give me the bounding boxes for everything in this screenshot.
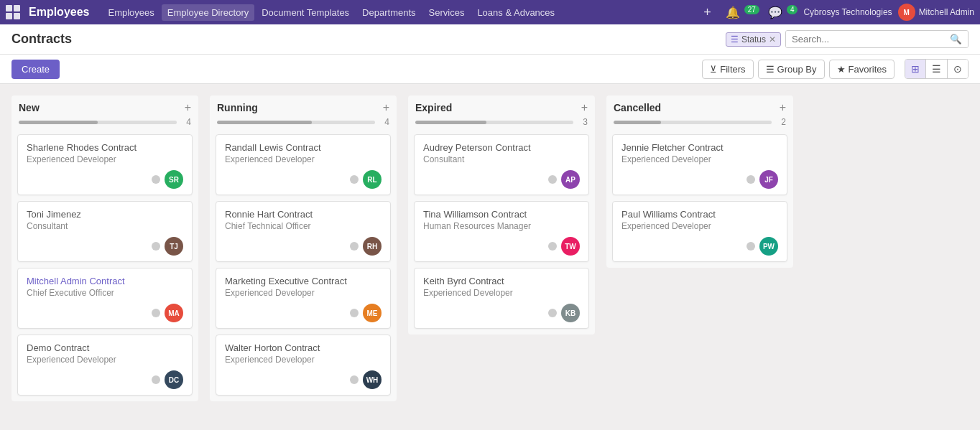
filters-button[interactable]: ⊻ Filters	[702, 60, 753, 79]
status-dot	[746, 242, 755, 251]
contract-card[interactable]: Walter Horton Contract Experienced Devel…	[216, 335, 391, 396]
card-footer: MA	[27, 304, 183, 322]
status-filter-tag[interactable]: ☰ Status ✕	[726, 32, 781, 47]
card-subtitle: Experienced Developer	[27, 355, 183, 365]
search-input-wrap: 🔍	[785, 30, 969, 48]
card-title: Audrey Peterson Contract	[423, 142, 580, 153]
card-subtitle: Experienced Developer	[225, 355, 382, 365]
column-title: New	[19, 102, 40, 113]
kanban-view-button[interactable]: ⊞	[905, 60, 926, 78]
contract-card[interactable]: Ronnie Hart Contract Chief Technical Off…	[216, 201, 391, 262]
nav-departments[interactable]: Departments	[356, 4, 421, 21]
employee-avatar: TW	[561, 237, 580, 256]
card-title: Walter Horton Contract	[225, 342, 382, 353]
card-footer: JF	[621, 170, 778, 189]
contract-card[interactable]: Mitchell Admin Contract Chief Executive …	[17, 268, 193, 329]
contract-card[interactable]: Marketing Executive Contract Experienced…	[216, 268, 391, 329]
user-name: Mitchell Admin	[919, 7, 974, 17]
card-footer: WH	[225, 370, 382, 389]
status-dot	[548, 242, 557, 251]
kanban-board: New + 4 Sharlene Rhodes Contract Experie…	[0, 84, 980, 413]
card-title: Tina Williamson Contract	[423, 209, 580, 220]
chat-icon[interactable]: 💬	[765, 4, 785, 21]
add-menu-icon[interactable]: +	[701, 5, 714, 20]
search-button[interactable]: 🔍	[944, 31, 968, 47]
status-dot	[746, 175, 755, 184]
employee-avatar: MA	[165, 304, 183, 322]
contract-card[interactable]: Keith Byrd Contract Experienced Develope…	[414, 268, 589, 329]
column-add-button[interactable]: +	[383, 101, 389, 114]
card-subtitle: Consultant	[423, 154, 580, 164]
column-progress: 4	[11, 117, 198, 131]
card-subtitle: Chief Technical Officer	[225, 221, 382, 231]
notifications-badge: 27	[744, 5, 759, 14]
column-cancelled: Cancelled + 2 Jennie Fletcher Contract E…	[606, 95, 793, 268]
subheader: Contracts ☰ Status ✕ 🔍	[0, 24, 980, 55]
card-title: Randall Lewis Contract	[225, 142, 382, 153]
view-toggle: ⊞ ☰ ⊙	[905, 59, 969, 79]
groupby-icon: ☰	[766, 64, 775, 75]
create-button[interactable]: Create	[11, 60, 60, 79]
column-count: 4	[379, 117, 389, 127]
status-dot	[152, 242, 160, 251]
employee-avatar: AP	[561, 170, 580, 189]
column-add-button[interactable]: +	[581, 101, 588, 114]
contract-card[interactable]: Toni Jimenez Consultant TJ	[17, 201, 193, 262]
user-avatar: M	[898, 4, 915, 21]
status-dot	[152, 309, 160, 317]
page-title: Contracts	[11, 32, 72, 47]
column-count: 2	[776, 117, 786, 127]
column-add-button[interactable]: +	[780, 101, 786, 114]
column-add-button[interactable]: +	[185, 101, 191, 114]
employee-avatar: RL	[363, 170, 382, 189]
user-menu[interactable]: M Mitchell Admin	[898, 4, 974, 21]
contract-card[interactable]: Demo Contract Experienced Developer DC	[17, 335, 193, 396]
contract-card[interactable]: Audrey Peterson Contract Consultant AP	[414, 134, 589, 195]
contract-card[interactable]: Sharlene Rhodes Contract Experienced Dev…	[17, 134, 193, 195]
status-dot	[350, 175, 359, 184]
contract-card[interactable]: Jennie Fletcher Contract Experienced Dev…	[612, 134, 787, 195]
card-title: Demo Contract	[27, 342, 183, 353]
card-title: Marketing Executive Contract	[225, 276, 382, 286]
status-dot	[152, 175, 160, 184]
card-subtitle: Experienced Developer	[225, 288, 382, 298]
card-title: Paul Williams Contract	[621, 209, 778, 220]
activity-view-button[interactable]: ⊙	[948, 60, 968, 78]
company-name: Cybrosys Technologies	[803, 7, 892, 17]
card-footer: PW	[621, 237, 778, 256]
filters-label: Filters	[720, 64, 745, 75]
employee-avatar: DC	[165, 370, 183, 389]
card-footer: RH	[225, 237, 382, 256]
card-subtitle: Consultant	[27, 221, 183, 231]
contract-card[interactable]: Randall Lewis Contract Experienced Devel…	[216, 134, 391, 195]
search-input[interactable]	[786, 31, 944, 47]
card-footer: KB	[423, 304, 580, 322]
progress-bar	[19, 121, 177, 124]
nav-loans-advances[interactable]: Loans & Advances	[471, 4, 560, 21]
favorites-button[interactable]: ★ Favorites	[829, 60, 895, 79]
column-header: New +	[11, 95, 198, 117]
contract-card[interactable]: Tina Williamson Contract Human Resources…	[414, 201, 589, 262]
groupby-button[interactable]: ☰ Group By	[758, 60, 825, 79]
column-expired: Expired + 3 Audrey Peterson Contract Con…	[408, 95, 595, 335]
employee-avatar: ME	[363, 304, 382, 322]
status-dot	[350, 242, 359, 251]
nav-document-templates[interactable]: Document Templates	[256, 4, 355, 21]
nav-services[interactable]: Services	[423, 4, 471, 21]
status-tag-remove[interactable]: ✕	[769, 34, 776, 45]
column-count: 4	[181, 117, 191, 127]
employee-avatar: KB	[561, 304, 580, 322]
card-footer: TW	[423, 237, 580, 256]
app-logo[interactable]	[6, 5, 20, 19]
card-footer: AP	[423, 170, 580, 189]
toolbar-left: Create	[11, 60, 60, 79]
contract-card[interactable]: Paul Williams Contract Experienced Devel…	[612, 201, 787, 262]
favorites-label: Favorites	[849, 64, 887, 75]
star-icon: ★	[837, 64, 846, 75]
nav-employees[interactable]: Employees	[102, 4, 160, 21]
column-cards: Audrey Peterson Contract Consultant AP T…	[408, 131, 595, 335]
nav-employee-directory[interactable]: Employee Directory	[162, 4, 254, 21]
notifications-icon[interactable]: 🔔	[723, 4, 743, 21]
list-view-button[interactable]: ☰	[926, 60, 948, 78]
top-navigation: Employees Employees Employee Directory D…	[0, 0, 980, 24]
